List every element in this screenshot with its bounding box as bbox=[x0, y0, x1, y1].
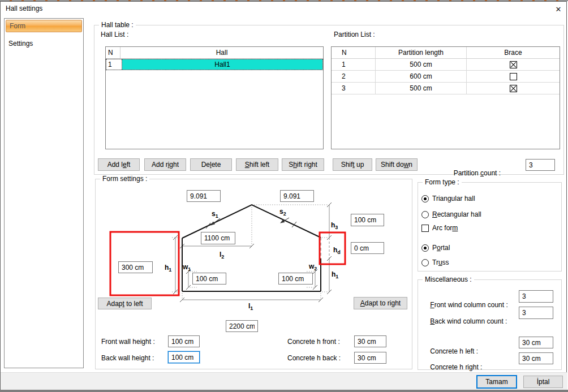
back-wall-height-label: Back wall height : bbox=[101, 354, 154, 362]
shift-up-button[interactable]: Shift up bbox=[333, 158, 372, 171]
radio-icon bbox=[421, 244, 429, 252]
h1-left-input[interactable] bbox=[118, 261, 153, 273]
slope-left-input[interactable] bbox=[187, 190, 221, 202]
checkbox-icon bbox=[421, 225, 429, 232]
adapt-to-left-button[interactable]: Adapt to left bbox=[98, 298, 152, 309]
concrete-h-front-label: Concrete h front : bbox=[287, 338, 340, 346]
back-wind-column-count-label: Back wind column count : bbox=[423, 309, 507, 333]
table-row-partition-1[interactable]: 1 500 cm bbox=[332, 59, 560, 71]
ok-button[interactable]: Tamam bbox=[477, 376, 517, 388]
form-type-group-label: Form type : bbox=[423, 178, 462, 186]
concrete-h-front-input[interactable] bbox=[354, 335, 386, 347]
column-header-hall: Hall bbox=[121, 47, 323, 58]
sidebar-item-form[interactable]: Form bbox=[6, 20, 82, 32]
table-row-hall1[interactable]: 1 Hall1 bbox=[106, 59, 323, 70]
concrete-h-back-input[interactable] bbox=[354, 352, 386, 364]
w2-input[interactable] bbox=[278, 273, 313, 285]
partition-count-label: Partition count : bbox=[450, 161, 501, 177]
column-header-n: N bbox=[332, 47, 376, 58]
partition-row-number: 3 bbox=[332, 83, 376, 94]
miscellaneous-group-label: Miscellaneous : bbox=[423, 275, 474, 283]
window-title: Hall settings bbox=[6, 5, 42, 12]
partition-list-label: Partition List : bbox=[334, 31, 375, 38]
sidebar-item-settings[interactable]: Settings bbox=[8, 40, 33, 48]
cancel-button[interactable]: İptal bbox=[523, 376, 563, 388]
s1-label: s1 bbox=[212, 210, 218, 219]
brace-checkbox-unchecked[interactable] bbox=[510, 73, 517, 80]
radio-portal[interactable]: Portal bbox=[421, 244, 450, 252]
slope-ticks bbox=[206, 222, 296, 229]
shift-right-button[interactable]: Shift right bbox=[282, 158, 324, 171]
radio-rectangular-hall[interactable]: Rectangular hall bbox=[421, 210, 481, 218]
form-type-group: Form type : Triangular hall Rectangular … bbox=[418, 182, 562, 272]
hd-label: hd bbox=[333, 246, 341, 255]
l2-label: l2 bbox=[220, 251, 224, 260]
add-left-button[interactable]: Add left bbox=[98, 158, 140, 171]
sidebar: Form Settings bbox=[4, 18, 84, 368]
hd-input[interactable] bbox=[351, 242, 384, 254]
partition-count-input[interactable] bbox=[526, 159, 555, 171]
option-label: Rectangular hall bbox=[432, 210, 481, 218]
option-label: Triangular hall bbox=[432, 195, 475, 203]
radio-icon bbox=[421, 195, 429, 203]
w2-label: w2 bbox=[308, 262, 317, 272]
back-wind-column-count-input[interactable] bbox=[519, 307, 553, 319]
sidebar-item-label: Form bbox=[10, 22, 25, 30]
shift-left-button[interactable]: Shift left bbox=[236, 158, 278, 171]
concrete-h-left-input[interactable] bbox=[519, 337, 553, 348]
option-label: Portal bbox=[432, 244, 450, 252]
brace-checkbox-checked[interactable] bbox=[510, 61, 517, 68]
close-icon[interactable]: ✕ bbox=[551, 3, 566, 15]
front-wall-height-label: Front wall height : bbox=[101, 338, 155, 346]
partition-row-length: 500 cm bbox=[376, 59, 467, 70]
radio-triangular-hall[interactable]: Triangular hall bbox=[421, 195, 475, 203]
checkbox-arc-form[interactable]: Arc form bbox=[421, 224, 458, 232]
sidebar-item-label: Settings bbox=[8, 40, 33, 48]
column-header-n: N bbox=[106, 47, 121, 58]
column-header-partition-length: Partition length bbox=[376, 47, 467, 58]
s2-label: s2 bbox=[279, 208, 286, 217]
back-wall-height-input[interactable] bbox=[168, 351, 200, 363]
w1-label: w1 bbox=[182, 263, 191, 272]
hall-row-name: Hall1 bbox=[122, 59, 322, 70]
h1-right-label: h1 bbox=[332, 270, 338, 279]
ridge-width-input[interactable] bbox=[201, 232, 235, 244]
brace-checkbox-checked[interactable] bbox=[510, 85, 517, 92]
l1-total-input[interactable] bbox=[226, 320, 258, 332]
hall-row-number: 1 bbox=[106, 59, 122, 70]
h3-input[interactable] bbox=[351, 214, 384, 226]
h3-label: h3 bbox=[331, 221, 338, 230]
w1-input[interactable] bbox=[192, 273, 226, 285]
partition-list-header: N Partition length Brace bbox=[332, 47, 560, 59]
table-row-partition-2[interactable]: 2 600 cm bbox=[332, 71, 560, 83]
radio-icon bbox=[421, 259, 429, 266]
slope-right-input[interactable] bbox=[280, 190, 314, 202]
partition-row-brace-cell bbox=[467, 59, 560, 70]
dialog-bottom-edge bbox=[0, 390, 568, 392]
hall-table-group-label: Hall table : bbox=[99, 21, 136, 29]
concrete-h-right-input[interactable] bbox=[519, 352, 553, 364]
miscellaneous-group: Miscellaneous : Front wind column count … bbox=[418, 279, 562, 370]
front-wall-height-input[interactable] bbox=[168, 335, 200, 347]
shift-down-button[interactable]: Shift down bbox=[376, 158, 418, 171]
s1-arrow bbox=[211, 218, 220, 225]
background-app-edge bbox=[0, 0, 568, 1]
concrete-h-back-label: Concrete h back : bbox=[287, 354, 341, 362]
hall-list-label: Hall List : bbox=[101, 31, 128, 38]
adapt-to-right-button[interactable]: Adapt to right bbox=[354, 297, 407, 309]
add-right-button[interactable]: Add right bbox=[144, 158, 186, 171]
red-highlight-right bbox=[320, 232, 345, 264]
dimension-helper-lines bbox=[172, 205, 328, 299]
front-wind-column-count-input[interactable] bbox=[519, 290, 553, 303]
option-label: Arc form bbox=[432, 224, 458, 232]
radio-truss[interactable]: Truss bbox=[421, 259, 449, 266]
delete-button[interactable]: Delete bbox=[190, 158, 232, 171]
partition-row-number: 1 bbox=[332, 59, 376, 70]
table-row-partition-3[interactable]: 3 500 cm bbox=[332, 83, 560, 94]
partition-row-brace-cell bbox=[467, 71, 560, 82]
option-label: Truss bbox=[432, 259, 449, 266]
h1-left-label: h1 bbox=[165, 264, 171, 273]
partition-row-brace-cell bbox=[467, 83, 560, 94]
hall-list-header: N Hall bbox=[106, 47, 323, 59]
column-header-brace: Brace bbox=[467, 47, 560, 58]
